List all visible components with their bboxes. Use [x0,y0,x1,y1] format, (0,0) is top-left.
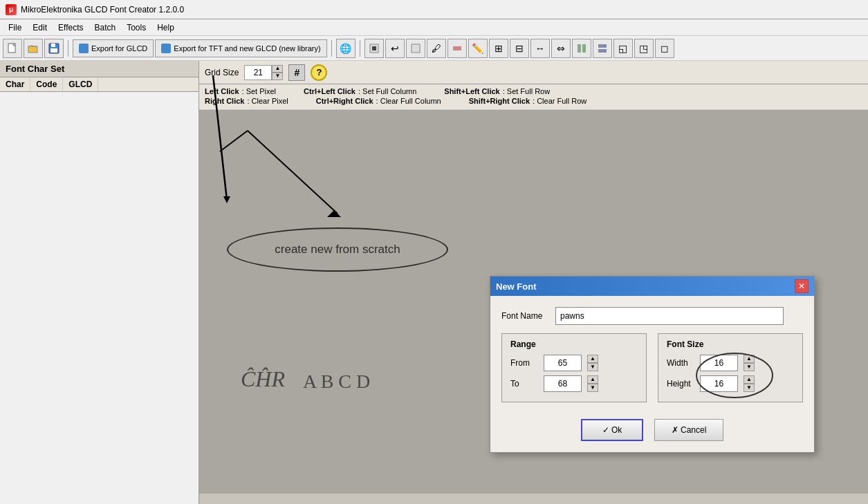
tool6-btn[interactable]: ✏️ [468,39,488,58]
width-spinner: ▲ ▼ [744,355,755,371]
menu-batch[interactable]: Batch [89,21,122,34]
from-label: From [510,358,538,368]
export-glcd-label: Export for GLCD [91,44,147,53]
new-btn[interactable] [3,39,22,58]
grid-spin-down[interactable]: ▼ [272,73,283,80]
tool3-btn[interactable] [406,39,425,58]
to-spin-up[interactable]: ▲ [587,375,598,384]
col-glcd: GLCD [63,77,98,91]
from-row: From ▲ ▼ [510,355,638,371]
from-spin-up[interactable]: ▲ [587,355,598,363]
app-icon: μ [6,4,17,15]
svg-rect-13 [598,49,607,53]
tool2-btn[interactable]: ↩ [385,39,405,58]
instr-right-click: Right Click : Clear Pixel [205,97,288,105]
save-btn[interactable] [44,39,64,58]
to-label: To [510,379,538,389]
export-tft-btn[interactable]: Export for TFT and new GLCD (new library… [155,39,326,57]
tool5-btn[interactable] [447,39,467,58]
menu-effects[interactable]: Effects [53,21,89,34]
svg-rect-12 [598,44,607,48]
height-spin-up[interactable]: ▲ [744,375,755,384]
separator-2 [331,40,332,57]
height-spin-down[interactable]: ▼ [744,384,755,392]
title-bar: μ MikroElektronika GLCD Font Creator 1.2… [0,0,868,19]
width-spin-down[interactable]: ▼ [744,363,755,371]
height-input[interactable] [700,375,738,392]
main-container: Font Char Set Char Code GLCD Grid Size ▲… [0,61,868,504]
instr-ctrl-right: Ctrl+Right Click : Clear Full Column [316,97,441,105]
dialog-title-bar: New Font ✕ [490,277,814,296]
width-label: Width [667,358,694,368]
menu-file[interactable]: File [3,21,27,34]
grid-hash-btn[interactable]: # [288,64,305,81]
grid-spin-up[interactable]: ▲ [272,65,283,73]
tool1-btn[interactable] [364,39,384,58]
svg-rect-10 [578,44,581,53]
height-row: Height ▲ ▼ [667,375,794,392]
font-size-title: Font Size [667,339,794,349]
separator-1 [68,40,68,57]
to-input[interactable] [544,375,582,392]
export-glcd-btn[interactable]: Export for GLCD [73,39,154,57]
cancel-button[interactable]: ✗ Cancel [654,419,723,441]
panel-title: Font Char Set [0,61,198,77]
right-click-key: Right Click [205,97,244,105]
ctrl-right-key: Ctrl+Right Click [316,97,373,105]
tool13-btn[interactable]: ◱ [613,39,633,58]
tool8-btn[interactable]: ⊟ [510,39,529,58]
tool11-btn[interactable] [572,39,591,58]
separator-3 [360,40,360,57]
tool4-btn[interactable]: 🖋 [427,39,446,58]
height-spinner: ▲ ▼ [744,375,755,392]
width-spin-up[interactable]: ▲ [744,355,755,363]
instruction-row-2: Right Click : Clear Pixel Ctrl+Right Cli… [205,97,862,105]
shift-left-key: Shift+Left Click [444,87,499,95]
menu-help[interactable]: Help [151,21,180,34]
font-name-label: Font Name [501,311,550,321]
col-code: Code [30,77,63,91]
dialog-body: Font Name Range From ▲ [490,296,814,452]
col-char: Char [0,77,30,91]
globe-btn[interactable]: 🌐 [336,39,355,58]
svg-rect-11 [582,44,586,53]
ok-button[interactable]: ✓ Ok [581,419,643,441]
to-spinner: ▲ ▼ [587,375,598,392]
grid-size-label: Grid Size [205,68,239,77]
dialog-close-btn[interactable]: ✕ [795,279,809,293]
instr-left-click: Left Click : Set Pixel [205,87,276,95]
font-name-row: Font Name [501,307,803,325]
tool14-btn[interactable]: ◳ [634,39,654,58]
instruction-row-1: Left Click : Set Pixel Ctrl+Left Click :… [205,87,862,95]
tool12-btn[interactable] [593,39,612,58]
font-name-input[interactable] [555,307,784,325]
help-btn[interactable]: ? [311,64,327,81]
new-font-dialog: New Font ✕ Font Name Range [490,276,815,453]
from-spin-down[interactable]: ▼ [587,363,598,371]
range-title: Range [510,339,638,349]
to-spin-down[interactable]: ▼ [587,384,598,392]
range-section: Range From ▲ ▼ To [501,333,647,402]
tool7-btn[interactable]: ⊞ [489,39,508,58]
menu-edit[interactable]: Edit [27,21,53,34]
tool15-btn[interactable]: ◻ [655,39,674,58]
open-btn[interactable] [24,39,43,58]
width-input[interactable] [700,355,738,371]
export-tft-icon [161,44,171,53]
from-input[interactable] [544,355,582,371]
menu-tools[interactable]: Tools [121,21,151,34]
from-spinner: ▲ ▼ [587,355,598,371]
svg-rect-5 [50,48,57,53]
grid-size-input[interactable] [244,65,272,80]
left-panel: Font Char Set Char Code GLCD [0,61,199,504]
tool9-btn[interactable]: ↔ [530,39,550,58]
export-tft-label: Export for TFT and new GLCD (new library… [174,44,320,53]
svg-rect-2 [28,46,37,53]
canvas-work-area: create new from scratch ĈĤR A B C D New … [199,110,868,494]
shift-right-key: Shift+Right Click [469,97,530,105]
svg-rect-8 [412,44,420,53]
grid-bar: Grid Size ▲ ▼ # ? [199,61,868,84]
instr-ctrl-left: Ctrl+Left Click : Set Full Column [304,87,416,95]
tool10-btn[interactable]: ⇔ [551,39,571,58]
sections-row: Range From ▲ ▼ To [501,333,803,402]
